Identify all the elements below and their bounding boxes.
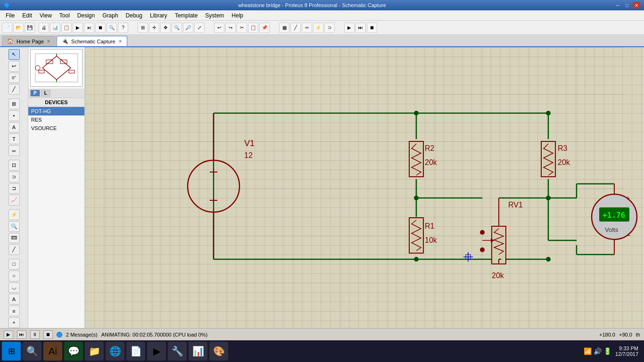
tb-btn5[interactable]: ⏹: [95, 23, 106, 33]
tb-step[interactable]: ⏭: [355, 23, 366, 33]
taskbar-app3[interactable]: 🎨: [209, 342, 228, 361]
menu-system[interactable]: System: [201, 11, 228, 20]
taskbar-illustrator[interactable]: Ai: [43, 342, 62, 361]
tb-zoom-in[interactable]: 🔍: [172, 23, 182, 33]
menu-debug[interactable]: Debug: [122, 11, 146, 20]
tb-btn6[interactable]: 🔍: [107, 23, 117, 33]
taskbar: ⊞ 🔍 Ai 💬 📁 🌐 📄 ▶ 🔧 📊 🎨 📶 🔊 🔋 9:33 PM 12/…: [0, 340, 644, 362]
sidebar-tab-p[interactable]: P: [30, 90, 40, 97]
schematic-canvas[interactable]: V1 12 R2 20k R1 10k R3 20k: [85, 47, 644, 328]
tab-home[interactable]: 🏠 Home Page ✕: [2, 36, 56, 46]
play-button[interactable]: ▶: [4, 330, 13, 339]
tool-generator[interactable]: ⚡: [8, 209, 20, 220]
menu-template[interactable]: Template: [171, 11, 202, 20]
tb-move[interactable]: ✥: [160, 23, 171, 33]
tool-terminal[interactable]: ⊃: [8, 172, 20, 182]
menu-view[interactable]: View: [36, 11, 56, 20]
tool-tape[interactable]: 📼: [8, 233, 20, 244]
start-button[interactable]: ⊞: [2, 342, 21, 361]
tray-battery[interactable]: 🔋: [603, 347, 611, 355]
tb-comp[interactable]: ⚡: [313, 23, 323, 33]
tray-network[interactable]: 📶: [584, 347, 592, 355]
menu-library[interactable]: Library: [146, 11, 171, 20]
pause-button[interactable]: ⏸: [30, 330, 40, 339]
tab-schematic-close[interactable]: ✕: [118, 39, 122, 44]
tool-undo[interactable]: ↩: [8, 61, 20, 72]
tb-btn4[interactable]: ⏯: [84, 23, 94, 33]
tool-select[interactable]: ↖: [8, 49, 20, 60]
svg-text:Volts: Volts: [605, 226, 619, 233]
taskbar-chrome[interactable]: 🌐: [106, 342, 124, 361]
stop-button[interactable]: ⏹: [43, 330, 53, 339]
tray-sound[interactable]: 🔊: [594, 347, 602, 355]
taskbar-whatsapp[interactable]: 💬: [64, 342, 83, 361]
menu-help[interactable]: Help: [228, 11, 247, 20]
taskbar-acrobat[interactable]: 📄: [126, 342, 145, 361]
clock[interactable]: 9:33 PM 12/7/2017: [615, 346, 638, 357]
tb-save[interactable]: 💾: [25, 23, 35, 33]
tb-redo[interactable]: ↪: [225, 23, 236, 33]
menu-edit[interactable]: Edit: [18, 11, 36, 20]
tb-new[interactable]: 📄: [2, 23, 12, 33]
svg-text:+: +: [626, 194, 630, 202]
tool-bus[interactable]: ═: [8, 145, 20, 156]
tb-bus[interactable]: ═: [302, 23, 312, 33]
tb-undo[interactable]: ↩: [214, 23, 224, 33]
sidebar-tab-l[interactable]: L: [41, 90, 50, 97]
minimize-button[interactable]: ─: [614, 2, 621, 8]
taskbar-explorer[interactable]: 📁: [85, 342, 104, 361]
tb-help[interactable]: ?: [118, 23, 128, 33]
svg-text:R2: R2: [425, 144, 435, 152]
tb-paste[interactable]: 📌: [259, 23, 270, 33]
tb-copy[interactable]: 📋: [248, 23, 258, 33]
tool-graph[interactable]: 📈: [8, 195, 20, 206]
taskbar-app2[interactable]: 📊: [189, 342, 207, 361]
device-item-pothg[interactable]: POT-HG: [28, 107, 84, 115]
tool-circle[interactable]: ○: [8, 271, 20, 281]
tab-schematic[interactable]: 🔌 Schematic Capture ✕: [57, 36, 127, 46]
tool-wire[interactable]: ╱: [8, 84, 20, 95]
step-button[interactable]: ⏭: [17, 330, 26, 339]
tb-wire[interactable]: ╱: [290, 23, 301, 33]
close-button[interactable]: ✕: [633, 2, 640, 8]
tb-cross[interactable]: ✛: [149, 23, 159, 33]
tool-text2[interactable]: A: [8, 294, 20, 304]
taskbar-app1[interactable]: 🔧: [168, 342, 187, 361]
menu-tool[interactable]: Tool: [56, 11, 74, 20]
tool-subcircuit[interactable]: ⊡: [8, 160, 20, 171]
tb-block[interactable]: ▦: [279, 23, 289, 33]
tool-add[interactable]: +: [8, 317, 20, 328]
tb-btn2[interactable]: 📋: [61, 23, 72, 33]
tb-stop[interactable]: ⏹: [367, 23, 377, 33]
tb-open[interactable]: 📂: [13, 23, 24, 33]
tb-zoom-out[interactable]: 🔎: [183, 23, 193, 33]
device-item-vsource[interactable]: VSOURCE: [28, 124, 84, 132]
tool-text[interactable]: T: [8, 133, 20, 144]
menu-design[interactable]: Design: [74, 11, 99, 20]
tool-symbol[interactable]: ≡: [8, 305, 20, 316]
tb-btn3[interactable]: ▶: [73, 23, 83, 33]
tool-component[interactable]: ⊞: [8, 99, 20, 109]
menu-file[interactable]: File: [2, 11, 18, 20]
tb-port[interactable]: ⊃: [324, 23, 335, 33]
tb-btn1[interactable]: 📊: [50, 23, 60, 33]
menu-graph[interactable]: Graph: [99, 11, 122, 20]
tool-label[interactable]: A: [8, 122, 20, 133]
taskbar-cortana[interactable]: 🔍: [23, 342, 41, 361]
tool-device-pin[interactable]: ⊐: [8, 183, 20, 194]
tool-junction[interactable]: •: [8, 110, 20, 121]
tb-run[interactable]: ▶: [344, 23, 355, 33]
tb-print[interactable]: 🖨: [39, 23, 49, 33]
taskbar-media[interactable]: ▶: [147, 342, 166, 361]
tb-zoom-fit[interactable]: ⤢: [194, 23, 205, 33]
tool-arc[interactable]: ◡: [8, 282, 20, 293]
device-item-res[interactable]: RES: [28, 115, 84, 124]
tb-cut[interactable]: ✂: [237, 23, 247, 33]
tool-probe[interactable]: 🔍: [8, 221, 20, 232]
tb-grid[interactable]: ⊞: [138, 23, 148, 33]
tab-home-close[interactable]: ✕: [47, 39, 50, 44]
tool-line[interactable]: ╱: [8, 244, 20, 255]
maximize-button[interactable]: □: [623, 2, 631, 8]
tool-redo[interactable]: 0°: [8, 73, 20, 83]
tool-box[interactable]: □: [8, 259, 20, 270]
